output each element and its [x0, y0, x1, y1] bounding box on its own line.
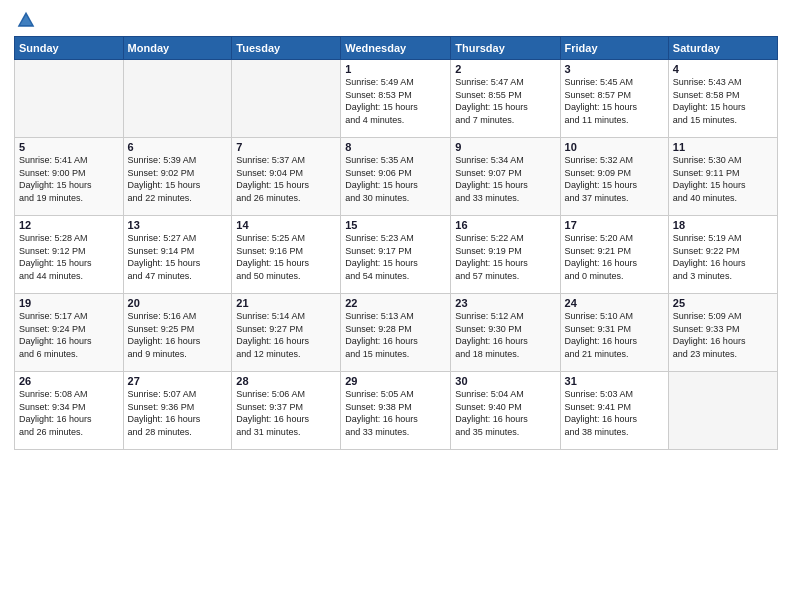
calendar-cell: 30Sunrise: 5:04 AM Sunset: 9:40 PM Dayli…	[451, 372, 560, 450]
day-number: 24	[565, 297, 664, 309]
day-number: 14	[236, 219, 336, 231]
calendar-cell: 29Sunrise: 5:05 AM Sunset: 9:38 PM Dayli…	[341, 372, 451, 450]
day-info: Sunrise: 5:14 AM Sunset: 9:27 PM Dayligh…	[236, 310, 336, 360]
day-info: Sunrise: 5:35 AM Sunset: 9:06 PM Dayligh…	[345, 154, 446, 204]
day-info: Sunrise: 5:47 AM Sunset: 8:55 PM Dayligh…	[455, 76, 555, 126]
calendar-week-0: 1Sunrise: 5:49 AM Sunset: 8:53 PM Daylig…	[15, 60, 778, 138]
day-number: 5	[19, 141, 119, 153]
day-info: Sunrise: 5:30 AM Sunset: 9:11 PM Dayligh…	[673, 154, 773, 204]
day-number: 30	[455, 375, 555, 387]
day-number: 17	[565, 219, 664, 231]
calendar-week-3: 19Sunrise: 5:17 AM Sunset: 9:24 PM Dayli…	[15, 294, 778, 372]
day-number: 10	[565, 141, 664, 153]
calendar-cell: 26Sunrise: 5:08 AM Sunset: 9:34 PM Dayli…	[15, 372, 124, 450]
day-number: 6	[128, 141, 228, 153]
day-info: Sunrise: 5:17 AM Sunset: 9:24 PM Dayligh…	[19, 310, 119, 360]
day-info: Sunrise: 5:10 AM Sunset: 9:31 PM Dayligh…	[565, 310, 664, 360]
calendar-cell	[123, 60, 232, 138]
day-info: Sunrise: 5:34 AM Sunset: 9:07 PM Dayligh…	[455, 154, 555, 204]
day-number: 3	[565, 63, 664, 75]
day-info: Sunrise: 5:19 AM Sunset: 9:22 PM Dayligh…	[673, 232, 773, 282]
day-number: 13	[128, 219, 228, 231]
day-number: 31	[565, 375, 664, 387]
day-info: Sunrise: 5:12 AM Sunset: 9:30 PM Dayligh…	[455, 310, 555, 360]
day-info: Sunrise: 5:39 AM Sunset: 9:02 PM Dayligh…	[128, 154, 228, 204]
day-number: 23	[455, 297, 555, 309]
day-number: 26	[19, 375, 119, 387]
day-info: Sunrise: 5:08 AM Sunset: 9:34 PM Dayligh…	[19, 388, 119, 438]
day-number: 18	[673, 219, 773, 231]
calendar-header-friday: Friday	[560, 37, 668, 60]
calendar-week-2: 12Sunrise: 5:28 AM Sunset: 9:12 PM Dayli…	[15, 216, 778, 294]
calendar-cell: 18Sunrise: 5:19 AM Sunset: 9:22 PM Dayli…	[668, 216, 777, 294]
day-number: 28	[236, 375, 336, 387]
calendar-cell: 14Sunrise: 5:25 AM Sunset: 9:16 PM Dayli…	[232, 216, 341, 294]
day-info: Sunrise: 5:06 AM Sunset: 9:37 PM Dayligh…	[236, 388, 336, 438]
calendar-header-thursday: Thursday	[451, 37, 560, 60]
calendar-cell: 19Sunrise: 5:17 AM Sunset: 9:24 PM Dayli…	[15, 294, 124, 372]
day-number: 4	[673, 63, 773, 75]
calendar-cell: 17Sunrise: 5:20 AM Sunset: 9:21 PM Dayli…	[560, 216, 668, 294]
day-info: Sunrise: 5:20 AM Sunset: 9:21 PM Dayligh…	[565, 232, 664, 282]
day-number: 19	[19, 297, 119, 309]
calendar-cell: 31Sunrise: 5:03 AM Sunset: 9:41 PM Dayli…	[560, 372, 668, 450]
calendar-header-wednesday: Wednesday	[341, 37, 451, 60]
day-number: 29	[345, 375, 446, 387]
calendar-cell	[232, 60, 341, 138]
calendar-week-1: 5Sunrise: 5:41 AM Sunset: 9:00 PM Daylig…	[15, 138, 778, 216]
logo	[14, 10, 36, 30]
calendar-cell	[668, 372, 777, 450]
calendar-cell: 6Sunrise: 5:39 AM Sunset: 9:02 PM Daylig…	[123, 138, 232, 216]
calendar-cell: 2Sunrise: 5:47 AM Sunset: 8:55 PM Daylig…	[451, 60, 560, 138]
day-info: Sunrise: 5:49 AM Sunset: 8:53 PM Dayligh…	[345, 76, 446, 126]
day-number: 22	[345, 297, 446, 309]
calendar-cell: 7Sunrise: 5:37 AM Sunset: 9:04 PM Daylig…	[232, 138, 341, 216]
logo-icon	[16, 10, 36, 30]
day-info: Sunrise: 5:03 AM Sunset: 9:41 PM Dayligh…	[565, 388, 664, 438]
calendar-cell: 5Sunrise: 5:41 AM Sunset: 9:00 PM Daylig…	[15, 138, 124, 216]
day-info: Sunrise: 5:13 AM Sunset: 9:28 PM Dayligh…	[345, 310, 446, 360]
day-info: Sunrise: 5:22 AM Sunset: 9:19 PM Dayligh…	[455, 232, 555, 282]
calendar-cell	[15, 60, 124, 138]
day-info: Sunrise: 5:05 AM Sunset: 9:38 PM Dayligh…	[345, 388, 446, 438]
day-info: Sunrise: 5:32 AM Sunset: 9:09 PM Dayligh…	[565, 154, 664, 204]
calendar-header-tuesday: Tuesday	[232, 37, 341, 60]
calendar-cell: 10Sunrise: 5:32 AM Sunset: 9:09 PM Dayli…	[560, 138, 668, 216]
calendar-cell: 22Sunrise: 5:13 AM Sunset: 9:28 PM Dayli…	[341, 294, 451, 372]
day-number: 25	[673, 297, 773, 309]
day-info: Sunrise: 5:23 AM Sunset: 9:17 PM Dayligh…	[345, 232, 446, 282]
calendar-cell: 11Sunrise: 5:30 AM Sunset: 9:11 PM Dayli…	[668, 138, 777, 216]
day-info: Sunrise: 5:09 AM Sunset: 9:33 PM Dayligh…	[673, 310, 773, 360]
calendar-cell: 25Sunrise: 5:09 AM Sunset: 9:33 PM Dayli…	[668, 294, 777, 372]
day-number: 8	[345, 141, 446, 153]
calendar-header-saturday: Saturday	[668, 37, 777, 60]
calendar-header-monday: Monday	[123, 37, 232, 60]
calendar-cell: 28Sunrise: 5:06 AM Sunset: 9:37 PM Dayli…	[232, 372, 341, 450]
calendar-cell: 9Sunrise: 5:34 AM Sunset: 9:07 PM Daylig…	[451, 138, 560, 216]
day-number: 1	[345, 63, 446, 75]
calendar-cell: 13Sunrise: 5:27 AM Sunset: 9:14 PM Dayli…	[123, 216, 232, 294]
calendar-table: SundayMondayTuesdayWednesdayThursdayFrid…	[14, 36, 778, 450]
calendar-cell: 15Sunrise: 5:23 AM Sunset: 9:17 PM Dayli…	[341, 216, 451, 294]
calendar-cell: 20Sunrise: 5:16 AM Sunset: 9:25 PM Dayli…	[123, 294, 232, 372]
day-info: Sunrise: 5:43 AM Sunset: 8:58 PM Dayligh…	[673, 76, 773, 126]
day-info: Sunrise: 5:27 AM Sunset: 9:14 PM Dayligh…	[128, 232, 228, 282]
page-header	[14, 10, 778, 30]
calendar-cell: 12Sunrise: 5:28 AM Sunset: 9:12 PM Dayli…	[15, 216, 124, 294]
day-info: Sunrise: 5:25 AM Sunset: 9:16 PM Dayligh…	[236, 232, 336, 282]
day-info: Sunrise: 5:07 AM Sunset: 9:36 PM Dayligh…	[128, 388, 228, 438]
day-info: Sunrise: 5:28 AM Sunset: 9:12 PM Dayligh…	[19, 232, 119, 282]
day-number: 7	[236, 141, 336, 153]
calendar-cell: 21Sunrise: 5:14 AM Sunset: 9:27 PM Dayli…	[232, 294, 341, 372]
calendar-cell: 8Sunrise: 5:35 AM Sunset: 9:06 PM Daylig…	[341, 138, 451, 216]
day-number: 21	[236, 297, 336, 309]
day-number: 2	[455, 63, 555, 75]
calendar-header-sunday: Sunday	[15, 37, 124, 60]
day-number: 15	[345, 219, 446, 231]
calendar-cell: 23Sunrise: 5:12 AM Sunset: 9:30 PM Dayli…	[451, 294, 560, 372]
day-number: 11	[673, 141, 773, 153]
day-number: 27	[128, 375, 228, 387]
calendar-cell: 4Sunrise: 5:43 AM Sunset: 8:58 PM Daylig…	[668, 60, 777, 138]
calendar-header-row: SundayMondayTuesdayWednesdayThursdayFrid…	[15, 37, 778, 60]
day-info: Sunrise: 5:37 AM Sunset: 9:04 PM Dayligh…	[236, 154, 336, 204]
